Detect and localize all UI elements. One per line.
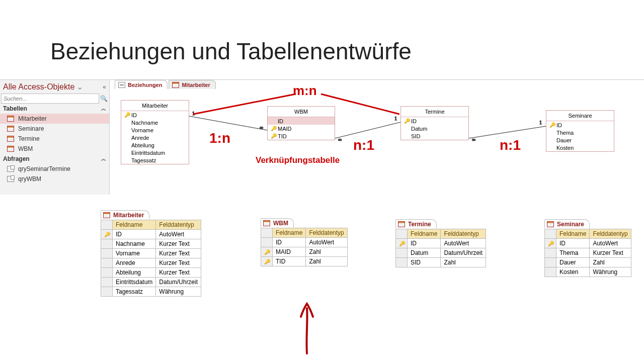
entity-field[interactable]: Thema	[546, 129, 614, 136]
chevron-up-icon: ︽	[101, 155, 106, 162]
tab-label: Beziehungen	[128, 82, 162, 88]
entity-field[interactable]: ID	[268, 117, 335, 125]
table-row[interactable]: EintrittsdatumDatum/Uhrzeit	[101, 278, 201, 287]
entity-termine[interactable]: Termine 🔑ID Datum SID	[400, 106, 469, 140]
table-row[interactable]: 🔑IDAutoWert	[545, 239, 631, 248]
dropdown-icon[interactable]: ⌄	[76, 82, 83, 92]
table-row[interactable]: AbteilungKurzer Text	[101, 268, 201, 278]
relationships-icon	[118, 82, 125, 88]
entity-title: Seminare	[546, 111, 614, 121]
table-row[interactable]: AnredeKurzer Text	[101, 258, 201, 268]
table-row[interactable]: 🔑MAIDZahl	[261, 247, 348, 257]
svg-text:∞: ∞	[472, 137, 475, 142]
query-icon	[7, 166, 14, 172]
nav-item-qrywbm[interactable]: qryWBM	[0, 174, 109, 184]
tab-mitarbeiter[interactable]: Mitarbeiter	[169, 80, 215, 89]
table-icon	[547, 221, 554, 227]
key-icon: 🔑	[124, 112, 129, 118]
design-tab[interactable]: Mitarbeiter	[101, 210, 149, 219]
entity-field[interactable]: Anrede	[121, 134, 189, 141]
entity-field[interactable]: Nachname	[121, 119, 189, 126]
table-row[interactable]: 🔑IDAutoWert	[396, 239, 486, 248]
table-row[interactable]: ThemaKurzer Text	[545, 248, 631, 258]
entity-field[interactable]: Kosten	[546, 144, 614, 151]
key-icon: 🔑	[548, 241, 553, 246]
tab-beziehungen[interactable]: Beziehungen	[115, 80, 168, 89]
design-grid[interactable]: FeldnameFelddatentyp🔑IDAutoWertDatumDatu…	[395, 229, 486, 267]
nav-item-label: Mitarbeiter	[18, 115, 47, 122]
nav-item-label: WBM	[18, 145, 33, 152]
key-icon: 🔑	[104, 232, 109, 237]
access-panel: Alle Access-Objekte ⌄ « 🔍 Tabellen ︽ Mit…	[0, 79, 644, 194]
table-icon	[7, 136, 14, 142]
entity-field[interactable]: Datum	[401, 125, 468, 132]
entity-wbm[interactable]: WBM ID 🔑MAID 🔑TID	[267, 106, 335, 140]
table-row[interactable]: KostenWährung	[545, 267, 631, 277]
search-icon[interactable]: 🔍	[99, 95, 108, 102]
svg-text:∞: ∞	[338, 137, 342, 142]
nav-item-label: Termine	[18, 135, 40, 142]
table-row[interactable]: IDAutoWert	[261, 238, 348, 247]
design-grid[interactable]: FeldnameFelddatentyp🔑IDAutoWertThemaKurz…	[544, 229, 631, 277]
key-icon: 🔑	[271, 126, 276, 131]
table-row[interactable]: TagessatzWährung	[101, 287, 201, 297]
table-row[interactable]: DatumDatum/Uhrzeit	[396, 248, 486, 258]
svg-line-3	[335, 122, 400, 138]
entity-field[interactable]: 🔑MAID	[268, 125, 335, 132]
table-icon	[7, 146, 14, 152]
entity-field[interactable]: 🔑ID	[546, 121, 614, 129]
nav-item-qryseminartermine[interactable]: qrySeminarTermine	[0, 164, 109, 174]
svg-line-6	[469, 126, 546, 138]
nav-item-label: qrySeminarTermine	[18, 165, 70, 172]
entity-field[interactable]: Abteilung	[121, 141, 189, 149]
relationships-canvas[interactable]: 1∞ ∞1 ∞1 Mitarbeiter 🔑ID Nachname Vornam…	[115, 91, 644, 194]
nav-pane: Alle Access-Objekte ⌄ « 🔍 Tabellen ︽ Mit…	[0, 80, 110, 195]
entity-mitarbeiter[interactable]: Mitarbeiter 🔑ID Nachname Vorname Anrede …	[121, 100, 189, 164]
table-row[interactable]: VornameKurzer Text	[101, 249, 201, 258]
entity-field[interactable]: 🔑ID	[121, 111, 189, 119]
arrow-doodle-icon	[297, 301, 317, 356]
entity-title: Mitarbeiter	[121, 101, 189, 111]
design-termine: Termine FeldnameFelddatentyp🔑IDAutoWertD…	[395, 219, 486, 267]
entity-field[interactable]: 🔑TID	[268, 132, 335, 140]
collapse-icon[interactable]: «	[103, 83, 106, 90]
nav-item-wbm[interactable]: WBM	[0, 144, 109, 154]
nav-group-queries[interactable]: Abfragen ︽	[0, 154, 109, 164]
entity-field[interactable]: SID	[401, 132, 468, 140]
nav-group-tables[interactable]: Tabellen ︽	[0, 104, 109, 114]
table-row[interactable]: SIDZahl	[396, 258, 486, 267]
entity-field[interactable]: Eintrittsdatum	[121, 149, 189, 156]
design-grid[interactable]: FeldnameFelddatentyp🔑IDAutoWertNachnameK…	[101, 220, 201, 297]
query-icon	[7, 176, 14, 182]
entity-field[interactable]: Vorname	[121, 126, 189, 134]
design-tab[interactable]: WBM	[261, 218, 294, 227]
annotation-1n: 1:n	[209, 130, 230, 146]
chevron-up-icon: ︽	[101, 105, 106, 112]
entity-title: Termine	[401, 107, 468, 117]
entity-field[interactable]: Dauer	[546, 136, 614, 144]
table-row[interactable]: 🔑IDAutoWert	[101, 230, 201, 239]
nav-item-termine[interactable]: Termine	[0, 134, 109, 144]
entity-field[interactable]: Tagessatz	[121, 156, 189, 164]
design-tab[interactable]: Termine	[395, 219, 437, 228]
annotation-junction: Verknüpfungstabelle	[256, 155, 340, 165]
nav-item-seminare[interactable]: Seminare	[0, 124, 109, 134]
nav-item-label: Seminare	[18, 125, 44, 132]
entity-field[interactable]: 🔑ID	[401, 117, 468, 125]
design-grid[interactable]: FeldnameFelddatentypIDAutoWert🔑MAIDZahl🔑…	[261, 228, 348, 266]
design-tab[interactable]: Seminare	[544, 219, 590, 228]
nav-header[interactable]: Alle Access-Objekte ⌄ «	[0, 80, 109, 94]
nav-item-label: qryWBM	[18, 175, 41, 183]
svg-text:1: 1	[394, 116, 397, 121]
key-icon: 🔑	[264, 249, 269, 255]
nav-item-mitarbeiter[interactable]: Mitarbeiter	[0, 114, 109, 124]
table-row[interactable]: NachnameKurzer Text	[101, 239, 201, 249]
table-row[interactable]: DauerZahl	[545, 258, 631, 267]
table-row[interactable]: 🔑TIDZahl	[261, 257, 348, 266]
entity-seminare[interactable]: Seminare 🔑ID Thema Dauer Kosten	[546, 110, 614, 152]
search-input[interactable]	[1, 94, 99, 104]
entity-title: WBM	[268, 107, 335, 117]
design-mitarbeiter: Mitarbeiter FeldnameFelddatentyp🔑IDAutoW…	[101, 210, 201, 297]
key-icon: 🔑	[264, 259, 269, 264]
table-icon	[7, 116, 14, 122]
